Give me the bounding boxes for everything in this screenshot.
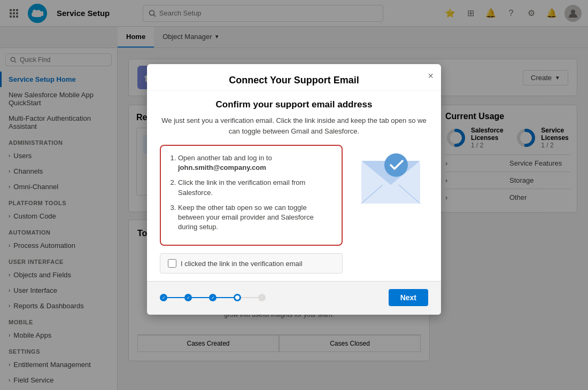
instruction-2: Click the link in the verification email…	[178, 178, 333, 197]
modal-close-button[interactable]: ×	[428, 71, 434, 82]
modal-content: Open another tab and log in to john.smit…	[160, 145, 428, 274]
progress-dot-4	[234, 294, 241, 301]
email-illustration	[353, 145, 428, 209]
progress-dots: ✓ ✓ ✓	[160, 294, 266, 301]
modal-confirm-title: Confirm your support email address	[160, 99, 428, 110]
next-button[interactable]: Next	[389, 289, 428, 306]
instruction-3: Keep the other tab open so we can toggle…	[178, 203, 333, 232]
progress-dot-2: ✓	[184, 294, 192, 301]
modal-footer: ✓ ✓ ✓ Next	[147, 281, 441, 315]
modal-left: Open another tab and log in to john.smit…	[160, 145, 343, 274]
progress-line-2	[192, 297, 209, 298]
modal: Connect Your Support Email × Confirm you…	[147, 64, 441, 315]
instruction-1: Open another tab and log in to john.smit…	[178, 153, 333, 173]
progress-dot-5	[258, 294, 266, 301]
checkbox-row: I clicked the link in the verification e…	[160, 253, 343, 274]
progress-dot-1: ✓	[160, 294, 167, 301]
progress-line-1	[167, 297, 184, 298]
progress-line-3	[216, 297, 234, 298]
verification-checkbox[interactable]	[168, 259, 176, 268]
svg-point-26	[384, 153, 408, 177]
modal-subtitle: We just sent you a verification email. C…	[160, 115, 428, 136]
progress-dot-3: ✓	[209, 294, 216, 301]
modal-overlay[interactable]: Connect Your Support Email × Confirm you…	[0, 0, 588, 390]
modal-body: Confirm your support email address We ju…	[147, 91, 441, 274]
instructions-list: Open another tab and log in to john.smit…	[169, 153, 333, 232]
modal-header: Connect Your Support Email	[147, 64, 441, 91]
instructions-box: Open another tab and log in to john.smit…	[160, 145, 343, 246]
progress-line-4	[241, 297, 258, 298]
checkbox-label[interactable]: I clicked the link in the verification e…	[181, 260, 303, 268]
